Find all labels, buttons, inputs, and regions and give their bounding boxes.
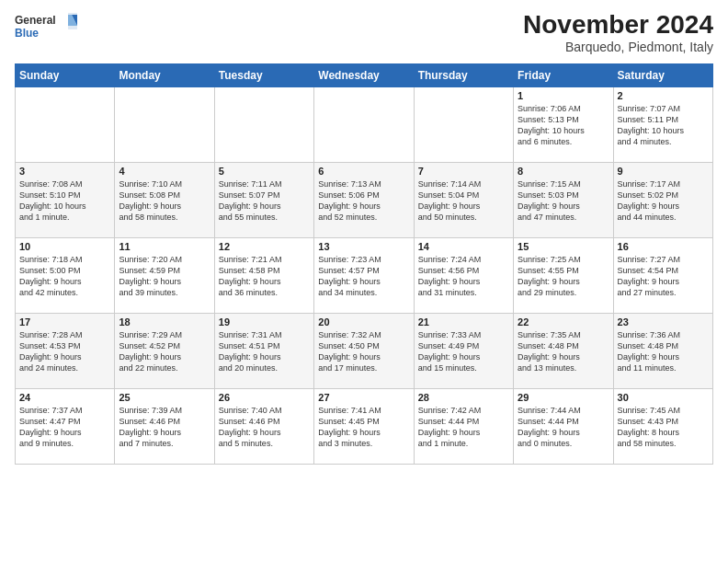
calendar-cell: 10Sunrise: 7:18 AM Sunset: 5:00 PM Dayli… — [16, 237, 115, 313]
calendar-cell: 30Sunrise: 7:45 AM Sunset: 4:43 PM Dayli… — [613, 388, 712, 464]
calendar-cell — [414, 86, 513, 162]
day-info: Sunrise: 7:08 AM Sunset: 5:10 PM Dayligh… — [19, 178, 110, 224]
calendar-cell: 8Sunrise: 7:15 AM Sunset: 5:03 PM Daylig… — [514, 162, 613, 237]
day-number: 28 — [418, 392, 509, 403]
day-info: Sunrise: 7:41 AM Sunset: 4:45 PM Dayligh… — [318, 405, 409, 450]
col-wednesday: Wednesday — [314, 63, 414, 86]
day-info: Sunrise: 7:29 AM Sunset: 4:52 PM Dayligh… — [119, 329, 210, 374]
day-number: 19 — [219, 316, 310, 327]
col-friday: Friday — [514, 63, 613, 86]
col-saturday: Saturday — [613, 63, 712, 86]
calendar-cell: 14Sunrise: 7:24 AM Sunset: 4:56 PM Dayli… — [414, 237, 513, 313]
day-number: 26 — [219, 392, 310, 403]
col-monday: Monday — [115, 63, 214, 86]
calendar-cell: 17Sunrise: 7:28 AM Sunset: 4:53 PM Dayli… — [16, 313, 115, 388]
day-info: Sunrise: 7:06 AM Sunset: 5:13 PM Dayligh… — [518, 103, 609, 148]
day-number: 8 — [518, 166, 609, 177]
day-info: Sunrise: 7:23 AM Sunset: 4:57 PM Dayligh… — [318, 254, 409, 299]
day-info: Sunrise: 7:13 AM Sunset: 5:06 PM Dayligh… — [318, 178, 409, 224]
day-number: 2 — [618, 90, 709, 101]
day-number: 6 — [318, 166, 409, 177]
col-tuesday: Tuesday — [214, 63, 313, 86]
day-info: Sunrise: 7:14 AM Sunset: 5:04 PM Dayligh… — [418, 178, 509, 224]
day-number: 9 — [618, 166, 709, 177]
page-title: November 2024 — [523, 11, 713, 40]
calendar-cell: 4Sunrise: 7:10 AM Sunset: 5:08 PM Daylig… — [115, 162, 214, 237]
calendar-week-row: 17Sunrise: 7:28 AM Sunset: 4:53 PM Dayli… — [16, 313, 713, 388]
calendar-cell: 20Sunrise: 7:32 AM Sunset: 4:50 PM Dayli… — [314, 313, 414, 388]
day-number: 7 — [418, 166, 509, 177]
day-number: 4 — [119, 166, 210, 177]
day-info: Sunrise: 7:25 AM Sunset: 4:55 PM Dayligh… — [518, 254, 609, 299]
day-number: 18 — [119, 316, 210, 327]
day-number: 22 — [518, 316, 609, 327]
day-info: Sunrise: 7:44 AM Sunset: 4:44 PM Dayligh… — [518, 405, 609, 450]
calendar-week-row: 10Sunrise: 7:18 AM Sunset: 5:00 PM Dayli… — [16, 237, 713, 313]
calendar-cell: 9Sunrise: 7:17 AM Sunset: 5:02 PM Daylig… — [613, 162, 712, 237]
calendar-cell: 28Sunrise: 7:42 AM Sunset: 4:44 PM Dayli… — [414, 388, 513, 464]
calendar-cell: 21Sunrise: 7:33 AM Sunset: 4:49 PM Dayli… — [414, 313, 513, 388]
day-info: Sunrise: 7:31 AM Sunset: 4:51 PM Dayligh… — [219, 329, 310, 374]
calendar-cell — [214, 86, 313, 162]
calendar-cell: 12Sunrise: 7:21 AM Sunset: 4:58 PM Dayli… — [214, 237, 313, 313]
day-info: Sunrise: 7:24 AM Sunset: 4:56 PM Dayligh… — [418, 254, 509, 299]
day-info: Sunrise: 7:15 AM Sunset: 5:03 PM Dayligh… — [518, 178, 609, 224]
calendar-cell: 13Sunrise: 7:23 AM Sunset: 4:57 PM Dayli… — [314, 237, 414, 313]
day-number: 29 — [518, 392, 609, 403]
calendar-cell: 26Sunrise: 7:40 AM Sunset: 4:46 PM Dayli… — [214, 388, 313, 464]
calendar-cell: 22Sunrise: 7:35 AM Sunset: 4:48 PM Dayli… — [514, 313, 613, 388]
calendar-cell — [314, 86, 414, 162]
calendar-cell: 7Sunrise: 7:14 AM Sunset: 5:04 PM Daylig… — [414, 162, 513, 237]
calendar-cell: 6Sunrise: 7:13 AM Sunset: 5:06 PM Daylig… — [314, 162, 414, 237]
calendar-cell: 11Sunrise: 7:20 AM Sunset: 4:59 PM Dayli… — [115, 237, 214, 313]
day-info: Sunrise: 7:32 AM Sunset: 4:50 PM Dayligh… — [318, 329, 409, 374]
calendar-cell: 16Sunrise: 7:27 AM Sunset: 4:54 PM Dayli… — [613, 237, 712, 313]
calendar-week-row: 1Sunrise: 7:06 AM Sunset: 5:13 PM Daylig… — [16, 86, 713, 162]
logo: General Blue — [15, 11, 79, 44]
day-info: Sunrise: 7:07 AM Sunset: 5:11 PM Dayligh… — [618, 103, 709, 148]
day-number: 20 — [318, 316, 409, 327]
calendar-cell: 24Sunrise: 7:37 AM Sunset: 4:47 PM Dayli… — [16, 388, 115, 464]
calendar-cell: 23Sunrise: 7:36 AM Sunset: 4:48 PM Dayli… — [613, 313, 712, 388]
day-number: 16 — [618, 241, 709, 252]
day-number: 5 — [219, 166, 310, 177]
calendar-cell — [16, 86, 115, 162]
day-info: Sunrise: 7:27 AM Sunset: 4:54 PM Dayligh… — [618, 254, 709, 299]
day-info: Sunrise: 7:20 AM Sunset: 4:59 PM Dayligh… — [119, 254, 210, 299]
calendar-cell: 1Sunrise: 7:06 AM Sunset: 5:13 PM Daylig… — [514, 86, 613, 162]
day-info: Sunrise: 7:37 AM Sunset: 4:47 PM Dayligh… — [19, 405, 110, 450]
calendar-cell: 5Sunrise: 7:11 AM Sunset: 5:07 PM Daylig… — [214, 162, 313, 237]
day-number: 11 — [119, 241, 210, 252]
col-thursday: Thursday — [414, 63, 513, 86]
svg-text:General: General — [15, 14, 56, 27]
day-info: Sunrise: 7:39 AM Sunset: 4:46 PM Dayligh… — [119, 405, 210, 450]
title-block: November 2024 Barquedo, Piedmont, Italy — [523, 11, 713, 54]
day-number: 13 — [318, 241, 409, 252]
day-number: 1 — [518, 90, 609, 101]
calendar-cell: 2Sunrise: 7:07 AM Sunset: 5:11 PM Daylig… — [613, 86, 712, 162]
day-info: Sunrise: 7:36 AM Sunset: 4:48 PM Dayligh… — [618, 329, 709, 374]
calendar-cell: 3Sunrise: 7:08 AM Sunset: 5:10 PM Daylig… — [16, 162, 115, 237]
day-info: Sunrise: 7:21 AM Sunset: 4:58 PM Dayligh… — [219, 254, 310, 299]
calendar-cell: 29Sunrise: 7:44 AM Sunset: 4:44 PM Dayli… — [514, 388, 613, 464]
calendar-cell: 18Sunrise: 7:29 AM Sunset: 4:52 PM Dayli… — [115, 313, 214, 388]
day-number: 10 — [19, 241, 110, 252]
day-info: Sunrise: 7:42 AM Sunset: 4:44 PM Dayligh… — [418, 405, 509, 450]
day-info: Sunrise: 7:45 AM Sunset: 4:43 PM Dayligh… — [618, 405, 709, 450]
day-info: Sunrise: 7:35 AM Sunset: 4:48 PM Dayligh… — [518, 329, 609, 374]
day-number: 23 — [618, 316, 709, 327]
col-sunday: Sunday — [16, 63, 115, 86]
day-number: 21 — [418, 316, 509, 327]
day-number: 30 — [618, 392, 709, 403]
day-info: Sunrise: 7:40 AM Sunset: 4:46 PM Dayligh… — [219, 405, 310, 450]
day-number: 17 — [19, 316, 110, 327]
logo-svg: General Blue — [15, 11, 79, 44]
calendar-week-row: 24Sunrise: 7:37 AM Sunset: 4:47 PM Dayli… — [16, 388, 713, 464]
calendar-cell: 15Sunrise: 7:25 AM Sunset: 4:55 PM Dayli… — [514, 237, 613, 313]
calendar-cell: 25Sunrise: 7:39 AM Sunset: 4:46 PM Dayli… — [115, 388, 214, 464]
day-info: Sunrise: 7:17 AM Sunset: 5:02 PM Dayligh… — [618, 178, 709, 224]
day-number: 14 — [418, 241, 509, 252]
day-number: 25 — [119, 392, 210, 403]
calendar-cell: 27Sunrise: 7:41 AM Sunset: 4:45 PM Dayli… — [314, 388, 414, 464]
day-info: Sunrise: 7:33 AM Sunset: 4:49 PM Dayligh… — [418, 329, 509, 374]
